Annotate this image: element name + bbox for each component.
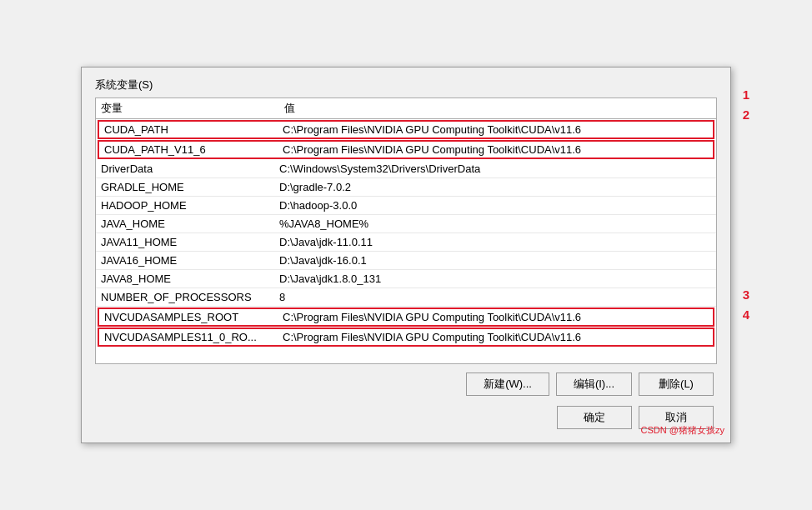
delete-button[interactable]: 删除(L)	[639, 372, 714, 396]
table-row[interactable]: NVCUDASAMPLES11_0_RO...C:\Program Files\…	[98, 328, 714, 347]
val-cell: C:\Program Files\NVIDIA GPU Computing To…	[283, 143, 708, 156]
var-cell: CUDA_PATH	[104, 123, 283, 136]
row-number-badge: 3	[743, 288, 749, 302]
val-cell: D:\gradle-7.0.2	[279, 181, 711, 193]
edit-button[interactable]: 编辑(I)...	[556, 372, 632, 396]
action-buttons-row: 新建(W)... 编辑(I)... 删除(L)	[95, 372, 717, 396]
table-row[interactable]: DriverDataC:\Windows\System32\Drivers\Dr…	[96, 160, 716, 178]
val-cell: 8	[279, 291, 711, 303]
col-val-header: 值	[284, 101, 716, 116]
table-row[interactable]: JAVA_HOME%JAVA8_HOME%	[96, 215, 716, 233]
table-row[interactable]: CUDA_PATHC:\Program Files\NVIDIA GPU Com…	[98, 120, 714, 139]
var-cell: DriverData	[101, 162, 279, 175]
table-row[interactable]: JAVA11_HOMED:\Java\jdk-11.0.11	[96, 233, 716, 252]
section-label: 系统变量(S)	[95, 78, 717, 92]
var-cell: NVCUDASAMPLES_ROOT	[104, 311, 283, 323]
var-cell: JAVA11_HOME	[101, 236, 279, 248]
val-cell: D:\Java\jdk-16.0.1	[279, 254, 711, 267]
val-cell: C:\Program Files\NVIDIA GPU Computing To…	[283, 311, 708, 323]
table-row[interactable]: JAVA8_HOMED:\Java\jdk1.8.0_131	[96, 270, 716, 288]
val-cell: C:\Program Files\NVIDIA GPU Computing To…	[283, 123, 708, 136]
row-number-badge: 4	[743, 308, 749, 322]
table-row[interactable]: JAVA16_HOMED:\Java\jdk-16.0.1	[96, 252, 716, 270]
row-number-badge: 2	[743, 108, 749, 122]
confirm-buttons-row: 确定 取消	[95, 406, 717, 429]
var-cell: NUMBER_OF_PROCESSORS	[101, 291, 279, 303]
var-cell: CUDA_PATH_V11_6	[104, 143, 283, 156]
col-var-header: 变量	[101, 101, 284, 116]
var-cell: JAVA16_HOME	[101, 254, 279, 267]
table-body[interactable]: CUDA_PATHC:\Program Files\NVIDIA GPU Com…	[96, 119, 716, 363]
ok-button[interactable]: 确定	[557, 406, 632, 429]
val-cell: D:\Java\jdk-11.0.11	[279, 236, 711, 248]
var-cell: NVCUDASAMPLES11_0_RO...	[104, 331, 283, 343]
table-row[interactable]: CUDA_PATH_V11_6C:\Program Files\NVIDIA G…	[98, 140, 714, 159]
table-row[interactable]: NVCUDASAMPLES_ROOTC:\Program Files\NVIDI…	[98, 308, 714, 327]
val-cell: D:\hadoop-3.0.0	[279, 199, 711, 212]
var-cell: JAVA_HOME	[101, 218, 279, 230]
variables-table: 变量 值 CUDA_PATHC:\Program Files\NVIDIA GP…	[95, 98, 717, 364]
new-button[interactable]: 新建(W)...	[466, 372, 549, 396]
var-cell: JAVA8_HOME	[101, 272, 279, 285]
table-row[interactable]: GRADLE_HOMED:\gradle-7.0.2	[96, 178, 716, 197]
var-cell: GRADLE_HOME	[101, 181, 279, 193]
val-cell: C:\Program Files\NVIDIA GPU Computing To…	[283, 331, 708, 343]
row-number-badge: 1	[743, 88, 749, 102]
system-variables-dialog: 系统变量(S) 变量 值 CUDA_PATHC:\Program Files\N…	[81, 67, 731, 443]
var-cell: HADOOP_HOME	[101, 199, 279, 212]
val-cell: D:\Java\jdk1.8.0_131	[279, 272, 711, 285]
watermark: CSDN @猪猪女孩zy	[641, 424, 724, 437]
table-header: 变量 值	[96, 98, 716, 119]
table-row[interactable]: NUMBER_OF_PROCESSORS8	[96, 288, 716, 307]
val-cell: C:\Windows\System32\Drivers\DriverData	[279, 162, 711, 175]
table-row[interactable]: HADOOP_HOMED:\hadoop-3.0.0	[96, 197, 716, 215]
val-cell: %JAVA8_HOME%	[279, 218, 711, 230]
